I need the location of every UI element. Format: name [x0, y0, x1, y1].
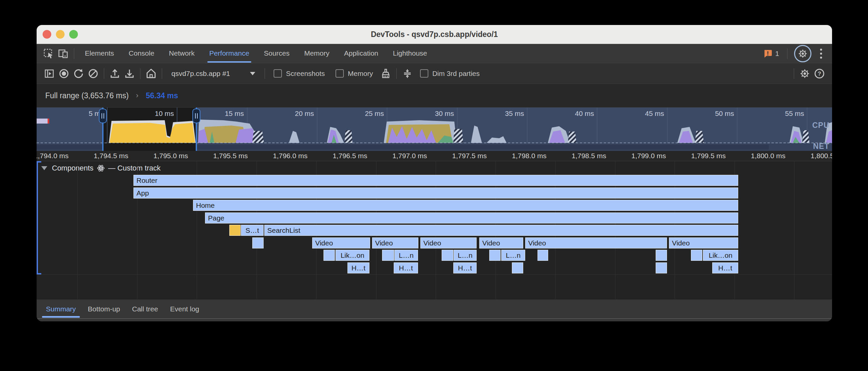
- memory-checkbox[interactable]: Memory: [336, 69, 373, 78]
- flame-bar[interactable]: [512, 262, 523, 274]
- details-tab-bottom-up[interactable]: Bottom-up: [82, 299, 126, 318]
- flame-bar[interactable]: [537, 250, 548, 261]
- settings-active-ring[interactable]: [794, 45, 811, 62]
- cpu-strip-label: CPU: [812, 121, 829, 130]
- flame-bar-home[interactable]: Home: [193, 200, 738, 211]
- tab-lighthouse[interactable]: Lighthouse: [385, 44, 434, 63]
- details-tab-event-log[interactable]: Event log: [164, 299, 205, 318]
- garbage-collect-icon[interactable]: [378, 66, 393, 81]
- flame-bar[interactable]: [442, 250, 453, 261]
- dim-3rd-parties-checkbox[interactable]: Dim 3rd parties: [420, 69, 479, 78]
- minimap-tick-label: 15 ms: [194, 110, 244, 118]
- upload-profile-icon[interactable]: [107, 66, 122, 81]
- gear-icon[interactable]: [798, 66, 812, 81]
- tab-network[interactable]: Network: [162, 44, 202, 63]
- panel-tabs: ElementsConsoleNetworkPerformanceSources…: [78, 44, 434, 63]
- close-window-button[interactable]: [42, 30, 51, 39]
- performance-toolbar: qsvd7p.csb.app #1 Screenshots Memory: [37, 63, 832, 84]
- flame-bar-video[interactable]: Video: [421, 237, 476, 249]
- details-tab-summary[interactable]: Summary: [40, 299, 82, 318]
- issues-counter[interactable]: 1: [763, 49, 779, 58]
- flame-bar-app[interactable]: App: [133, 188, 738, 199]
- dim-label: Dim 3rd parties: [432, 69, 479, 78]
- minimap-tick-label: 5 ms: [54, 110, 104, 118]
- flame-bar-video[interactable]: Video: [525, 237, 667, 249]
- flame-bar-searchlist[interactable]: SearchList: [264, 225, 738, 236]
- home-icon[interactable]: [144, 66, 158, 81]
- zoom-window-button[interactable]: [69, 30, 78, 39]
- flame-gridline: [794, 161, 795, 299]
- help-icon[interactable]: ?: [812, 66, 827, 81]
- time-label: 1,794.5 ms: [94, 152, 128, 160]
- time-label: 1,795.5 ms: [213, 152, 248, 160]
- download-profile-icon[interactable]: [122, 66, 137, 81]
- flame-bar-st[interactable]: S…t: [241, 225, 264, 236]
- range-handle-left[interactable]: [102, 108, 103, 151]
- tab-console[interactable]: Console: [122, 44, 162, 63]
- range-handle-grip[interactable]: [99, 109, 107, 123]
- flame-bar-video[interactable]: Video: [312, 237, 370, 249]
- flame-bar-ht[interactable]: H…t: [453, 262, 476, 274]
- minimize-window-button[interactable]: [56, 30, 65, 39]
- selected-range-crumb[interactable]: 56.34 ms: [146, 91, 178, 100]
- flame-bar[interactable]: [323, 250, 335, 261]
- flame-bar-ht[interactable]: H…t: [712, 262, 738, 274]
- timeline-minimap[interactable]: 5 ms10 ms15 ms20 ms25 ms30 ms35 ms40 ms4…: [37, 108, 832, 151]
- minimap-tick-label: 20 ms: [264, 110, 314, 118]
- tab-performance[interactable]: Performance: [202, 44, 257, 63]
- inspect-element-icon[interactable]: [41, 47, 56, 60]
- flame-bar-ht[interactable]: H…t: [347, 262, 369, 274]
- tab-sources[interactable]: Sources: [257, 44, 297, 63]
- flame-bar-ht[interactable]: H…t: [394, 262, 418, 274]
- custom-track-header[interactable]: Components — Custom track: [41, 164, 160, 172]
- target-selector[interactable]: qsvd7p.csb.app #1: [165, 69, 261, 78]
- toolbar-separator-6: [794, 68, 794, 79]
- device-toolbar-icon[interactable]: [56, 47, 70, 60]
- time-label: 1,799.5 ms: [691, 152, 726, 160]
- flame-bar-ln[interactable]: L…n: [394, 250, 418, 261]
- flame-bar-likon[interactable]: Lik…on: [336, 250, 369, 261]
- flame-bar[interactable]: [489, 250, 501, 261]
- flame-bar[interactable]: [656, 250, 667, 261]
- flame-bar-video[interactable]: Video: [669, 237, 738, 249]
- tab-memory[interactable]: Memory: [297, 44, 337, 63]
- tab-application[interactable]: Application: [337, 44, 386, 63]
- react-atom-icon: [97, 164, 105, 172]
- flame-bar-video[interactable]: Video: [372, 237, 418, 249]
- screenshots-checkbox[interactable]: Screenshots: [274, 69, 325, 78]
- time-label: 1,796.0 ms: [273, 152, 308, 160]
- flame-bar-router[interactable]: Router: [133, 175, 738, 186]
- record-icon[interactable]: [57, 66, 71, 81]
- range-handle-right[interactable]: [196, 108, 197, 151]
- flame-bar-ln[interactable]: L…n: [454, 250, 476, 261]
- screen: DevTools - qsvd7p.csb.app/video/1 Elemen…: [0, 0, 868, 371]
- details-tab-call-tree[interactable]: Call tree: [126, 299, 164, 318]
- record-and-reload-icon[interactable]: [71, 66, 86, 81]
- flame-bar[interactable]: [252, 237, 264, 249]
- flame-bar-ln[interactable]: L…n: [501, 250, 525, 261]
- minimap-tick-label: 55 ms: [754, 110, 804, 118]
- flame-bar-video[interactable]: Video: [479, 237, 523, 249]
- devtools-window: DevTools - qsvd7p.csb.app/video/1 Elemen…: [37, 25, 832, 321]
- svg-text:?: ?: [818, 70, 821, 77]
- flame-bar-page[interactable]: Page: [205, 212, 738, 224]
- flame-chart[interactable]: Components — Custom track RouterAppHomeP…: [37, 161, 832, 299]
- range-handle-grip[interactable]: [192, 109, 200, 123]
- more-options-icon[interactable]: [820, 49, 822, 59]
- full-range-crumb[interactable]: Full range (3,653.76 ms): [45, 91, 129, 100]
- tab-elements[interactable]: Elements: [78, 44, 122, 63]
- screenshots-label: Screenshots: [286, 69, 325, 78]
- issues-icon: [763, 49, 773, 58]
- minimap-tick-label: 40 ms: [544, 110, 594, 118]
- clear-icon[interactable]: [86, 66, 100, 81]
- collapse-shortcuts-icon[interactable]: [400, 66, 415, 81]
- toggle-sidebar-icon[interactable]: [42, 66, 57, 81]
- flame-gridline: [77, 161, 78, 299]
- flame-bar-likon[interactable]: Lik…on: [703, 250, 738, 261]
- flame-bar[interactable]: [691, 250, 702, 261]
- flame-bar[interactable]: [382, 250, 394, 261]
- checkbox-box: [420, 69, 428, 78]
- flame-bar[interactable]: [229, 225, 241, 236]
- collapse-track-icon[interactable]: [41, 166, 47, 170]
- flame-bar[interactable]: [656, 262, 667, 274]
